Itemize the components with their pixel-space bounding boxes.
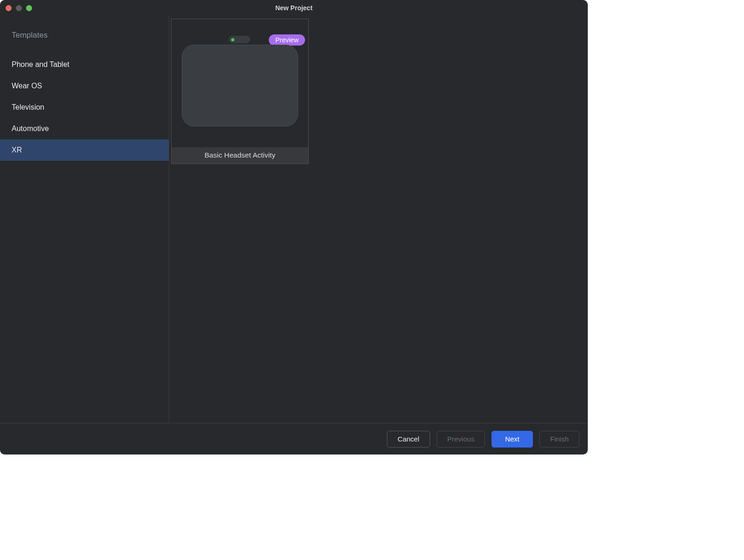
template-thumbnail: Preview (172, 19, 308, 147)
sidebar-heading: Templates (0, 31, 169, 54)
sidebar-item-wear-os[interactable]: Wear OS (0, 75, 169, 97)
minimize-window-button[interactable] (16, 5, 22, 11)
maximize-window-button[interactable] (26, 5, 32, 11)
sidebar: Templates Phone and Tablet Wear OS Telev… (0, 16, 169, 423)
next-button[interactable]: Next (492, 431, 533, 448)
titlebar: New Project (0, 0, 588, 16)
close-window-button[interactable] (6, 5, 12, 11)
sidebar-item-automotive[interactable]: Automotive (0, 118, 169, 139)
window-controls (0, 5, 32, 11)
sidebar-item-phone-and-tablet[interactable]: Phone and Tablet (0, 54, 169, 75)
previous-button: Previous (437, 431, 485, 448)
template-card-basic-headset-activity[interactable]: Preview Basic Headset Activity (171, 19, 309, 164)
footer: Cancel Previous Next Finish (0, 423, 588, 455)
cancel-button[interactable]: Cancel (387, 431, 430, 448)
device-status-pill (229, 36, 250, 43)
template-label: Basic Headset Activity (172, 147, 308, 164)
body: Templates Phone and Tablet Wear OS Telev… (0, 16, 588, 423)
sidebar-item-xr[interactable]: XR (0, 139, 169, 161)
status-dot-icon (231, 38, 234, 41)
preview-badge: Preview (269, 34, 305, 46)
template-gallery: Preview Basic Headset Activity (169, 16, 588, 423)
finish-button: Finish (539, 431, 579, 448)
sidebar-item-television[interactable]: Television (0, 97, 169, 118)
new-project-window: New Project Templates Phone and Tablet W… (0, 0, 588, 455)
headset-screen-icon (182, 45, 298, 126)
window-title: New Project (0, 4, 588, 12)
